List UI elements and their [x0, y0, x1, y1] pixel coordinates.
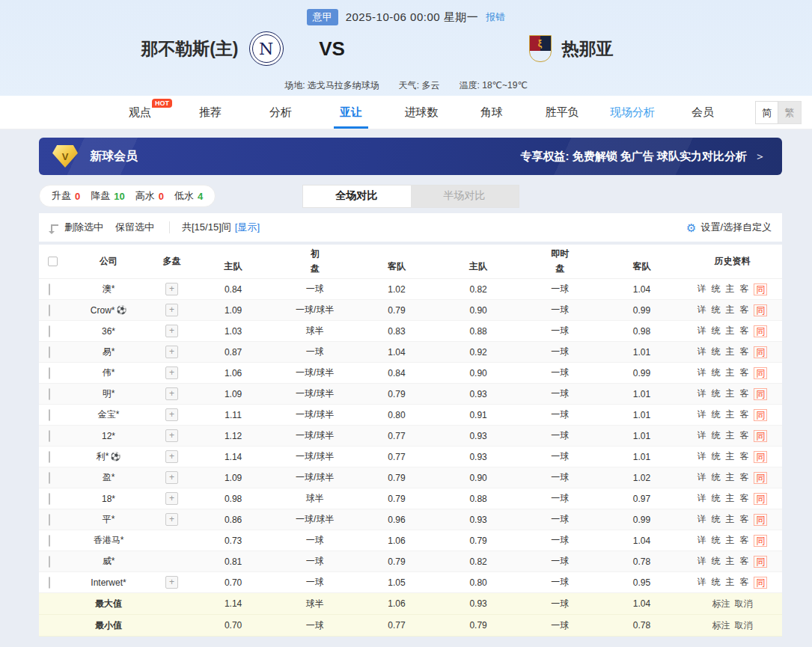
delete-selected-button[interactable]: 删除选中: [64, 221, 103, 234]
keep-selected-button[interactable]: 保留选中: [115, 221, 154, 234]
expand-plus-button[interactable]: +: [165, 325, 178, 337]
history-same-link[interactable]: 同: [754, 472, 767, 484]
history-link[interactable]: 统: [711, 387, 720, 400]
history-link[interactable]: 详: [697, 325, 706, 337]
history-same-link[interactable]: 同: [754, 577, 767, 589]
history-link[interactable]: 主: [725, 346, 734, 358]
history-link[interactable]: 统: [711, 346, 720, 358]
history-link[interactable]: 统: [711, 576, 720, 589]
history-link[interactable]: 客: [739, 513, 748, 526]
history-same-link[interactable]: 同: [754, 556, 767, 568]
expand-plus-button[interactable]: +: [165, 387, 178, 400]
history-link[interactable]: 详: [697, 534, 706, 547]
nav-tab-6[interactable]: 角球: [457, 96, 527, 129]
history-link[interactable]: 详: [697, 555, 706, 568]
history-link[interactable]: 统: [711, 450, 720, 463]
history-link[interactable]: 详: [697, 450, 706, 463]
expand-plus-button[interactable]: +: [165, 492, 178, 505]
vip-banner[interactable]: V 新球会员 专享权益: 免费解锁 免广告 球队实力对比分析 ＞: [39, 138, 782, 175]
history-link[interactable]: 客: [739, 555, 748, 568]
row-checkbox[interactable]: [49, 346, 50, 358]
tab-half-match[interactable]: 半场对比: [411, 185, 519, 207]
row-checkbox[interactable]: [49, 283, 50, 295]
history-link[interactable]: 客: [739, 492, 748, 505]
expand-plus-button[interactable]: +: [165, 408, 178, 421]
row-checkbox[interactable]: [49, 472, 50, 484]
row-checkbox[interactable]: [49, 409, 50, 421]
history-same-link[interactable]: 同: [754, 451, 767, 463]
history-link[interactable]: 统: [711, 283, 720, 295]
history-link[interactable]: 客: [739, 367, 748, 379]
lang-simplified-button[interactable]: 简: [755, 101, 778, 124]
nav-tab-1[interactable]: 观点HOT: [105, 96, 175, 129]
history-link[interactable]: 主: [725, 492, 734, 505]
row-checkbox[interactable]: [49, 430, 50, 442]
history-link[interactable]: 客: [739, 304, 748, 316]
history-link[interactable]: 统: [711, 367, 720, 379]
show-link[interactable]: [显示]: [235, 221, 260, 234]
history-same-link[interactable]: 同: [754, 514, 767, 526]
history-link[interactable]: 详: [697, 576, 706, 589]
row-checkbox[interactable]: [49, 535, 50, 547]
history-link[interactable]: 主: [725, 576, 734, 589]
row-checkbox[interactable]: [49, 556, 50, 568]
expand-plus-button[interactable]: +: [165, 304, 178, 316]
history-link[interactable]: 详: [697, 429, 706, 442]
history-link[interactable]: 主: [725, 304, 734, 316]
history-link[interactable]: 客: [739, 534, 748, 547]
expand-plus-button[interactable]: +: [165, 346, 178, 358]
expand-plus-button[interactable]: +: [165, 576, 178, 589]
history-same-link[interactable]: 同: [754, 304, 767, 316]
history-link[interactable]: 详: [697, 387, 706, 400]
history-link[interactable]: 统: [711, 534, 720, 547]
history-link[interactable]: 详: [697, 367, 706, 379]
nav-tab-5[interactable]: 进球数: [386, 96, 457, 129]
history-link[interactable]: 详: [697, 513, 706, 526]
expand-plus-button[interactable]: +: [165, 367, 178, 379]
nav-tab-4[interactable]: 亚让: [316, 96, 386, 129]
row-checkbox[interactable]: [49, 451, 50, 463]
history-link[interactable]: 主: [725, 283, 734, 295]
history-link[interactable]: 主: [725, 408, 734, 421]
nav-tab-9[interactable]: 会员: [668, 96, 738, 129]
history-link[interactable]: 客: [739, 408, 748, 421]
expand-plus-button[interactable]: +: [165, 283, 178, 295]
history-link[interactable]: 统: [711, 304, 720, 316]
history-link[interactable]: 统: [711, 408, 720, 421]
history-same-link[interactable]: 同: [754, 409, 767, 421]
history-same-link[interactable]: 同: [754, 283, 767, 295]
history-same-link[interactable]: 同: [754, 430, 767, 442]
nav-tab-3[interactable]: 分析: [245, 96, 316, 129]
history-link[interactable]: 统: [711, 429, 720, 442]
history-link[interactable]: 统: [711, 471, 720, 484]
expand-plus-button[interactable]: +: [165, 513, 178, 526]
expand-plus-button[interactable]: +: [165, 429, 178, 442]
history-link[interactable]: 主: [725, 450, 734, 463]
history-link[interactable]: 主: [725, 429, 734, 442]
row-checkbox[interactable]: [49, 325, 50, 337]
row-checkbox[interactable]: [49, 367, 50, 379]
history-link[interactable]: 主: [725, 513, 734, 526]
row-checkbox[interactable]: [49, 388, 50, 400]
lang-traditional-button[interactable]: 繁: [778, 101, 802, 124]
nav-tab-7[interactable]: 胜平负: [527, 96, 597, 129]
history-link[interactable]: 详: [697, 471, 706, 484]
select-all-checkbox[interactable]: [48, 257, 58, 266]
history-link[interactable]: 客: [739, 346, 748, 358]
history-same-link[interactable]: 同: [754, 367, 767, 379]
report-error-link[interactable]: 报错: [486, 10, 505, 24]
tab-full-match[interactable]: 全场对比: [303, 185, 411, 207]
history-same-link[interactable]: 同: [754, 535, 767, 547]
history-link[interactable]: 客: [739, 576, 748, 589]
history-link[interactable]: 详: [697, 408, 706, 421]
row-checkbox[interactable]: [49, 577, 50, 589]
summary-action-link[interactable]: 取消: [734, 619, 752, 632]
history-link[interactable]: 主: [725, 534, 734, 547]
history-same-link[interactable]: 同: [754, 325, 767, 337]
history-link[interactable]: 客: [739, 325, 748, 337]
summary-action-link[interactable]: 标注: [712, 619, 730, 632]
row-checkbox[interactable]: [49, 514, 50, 526]
expand-plus-button[interactable]: +: [165, 471, 178, 484]
expand-plus-button[interactable]: +: [165, 450, 178, 463]
history-same-link[interactable]: 同: [754, 346, 767, 358]
